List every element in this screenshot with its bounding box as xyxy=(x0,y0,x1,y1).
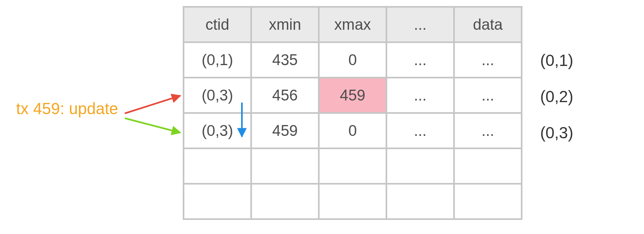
cell-xmin: 456 xyxy=(251,78,319,113)
header-data: data xyxy=(454,7,522,42)
table-row-empty xyxy=(184,148,522,184)
cell-xmax: 0 xyxy=(319,113,386,148)
cell-xmax-highlighted: 459 xyxy=(319,78,386,113)
tx-label: tx 459: update xyxy=(16,100,118,118)
cell-data: ... xyxy=(454,113,522,148)
arrow-red-icon xyxy=(125,96,180,113)
row-labels: (0,1) (0,2) (0,3) xyxy=(537,6,573,151)
cell-xmin: 435 xyxy=(251,42,319,78)
cell-xmin: 459 xyxy=(251,113,319,148)
cell-dots: ... xyxy=(386,113,454,148)
cell-dots: ... xyxy=(386,42,454,78)
row-label: (0,1) xyxy=(537,42,573,78)
cell-xmax: 0 xyxy=(319,42,386,78)
arrow-green-icon xyxy=(125,118,180,133)
table-row: (0,3) 456 459 ... ... xyxy=(184,78,522,113)
cell-ctid: (0,3) xyxy=(184,113,251,148)
header-xmax: xmax xyxy=(319,7,386,42)
header-xmin: xmin xyxy=(251,7,319,42)
table-row: (0,3) 459 0 ... ... xyxy=(184,113,522,148)
header-ctid: ctid xyxy=(184,7,251,42)
table-header-row: ctid xmin xmax ... data xyxy=(184,7,522,42)
header-dots: ... xyxy=(386,7,454,42)
cell-data: ... xyxy=(454,78,522,113)
cell-dots: ... xyxy=(386,78,454,113)
mvcc-table: ctid xmin xmax ... data (0,1) 435 0 ... … xyxy=(183,6,522,220)
cell-data: ... xyxy=(454,42,522,78)
cell-ctid: (0,3) xyxy=(184,78,251,113)
row-label: (0,2) xyxy=(537,78,573,115)
table-row-empty xyxy=(184,184,522,219)
row-label: (0,3) xyxy=(537,115,573,151)
table-row: (0,1) 435 0 ... ... xyxy=(184,42,522,78)
cell-ctid: (0,1) xyxy=(184,42,251,78)
